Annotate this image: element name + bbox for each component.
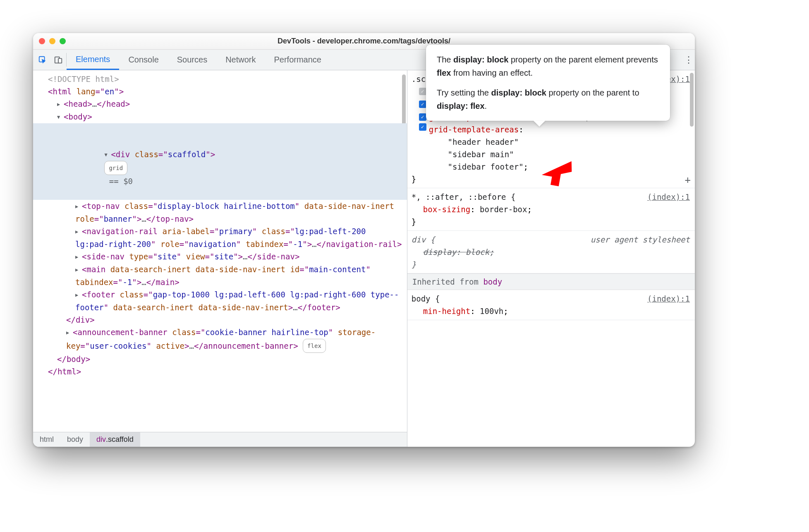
elements-panel: <!DOCTYPE html> <html lang="en"> <head>……: [33, 70, 407, 447]
crumb-body[interactable]: body: [60, 432, 90, 447]
inherited-from-header: Inherited from body: [407, 273, 695, 290]
grid-badge[interactable]: grid: [104, 161, 127, 175]
checkbox-icon[interactable]: [419, 88, 426, 95]
minimize-icon[interactable]: [49, 38, 55, 44]
tab-network[interactable]: Network: [216, 50, 265, 70]
expand-icon[interactable]: [75, 225, 81, 238]
expand-icon[interactable]: [66, 326, 72, 339]
style-rule-div-ua[interactable]: div { user agent stylesheet display: blo…: [407, 231, 695, 273]
selector-text: *, ::after, ::before {: [412, 191, 516, 203]
div-close[interactable]: </div>: [66, 314, 407, 326]
decl-display-block[interactable]: display: block;: [412, 246, 690, 258]
styles-panel[interactable]: .scaffold { (index):1 flex:auto; i displ…: [407, 70, 695, 447]
source-link[interactable]: (index):1: [647, 191, 690, 203]
expand-icon[interactable]: [104, 149, 110, 161]
doctype-node: <!DOCTYPE html>: [48, 74, 119, 84]
html-open[interactable]: <html lang="en">: [48, 85, 407, 98]
zoom-icon[interactable]: [60, 38, 66, 44]
selector-text: body {: [412, 292, 440, 305]
tab-elements[interactable]: Elements: [67, 50, 119, 70]
body-close[interactable]: </body>: [57, 353, 407, 365]
sidenav-node[interactable]: <side-nav type="site" view="site">…</sid…: [75, 250, 407, 263]
svg-rect-2: [58, 58, 62, 63]
equals-dollar-zero: == $0: [109, 177, 133, 186]
decl-gta[interactable]: grid-template-areas: "header header" "si…: [412, 123, 690, 173]
html-close[interactable]: </html>: [48, 365, 407, 378]
style-rule-body[interactable]: body { (index):1 min-height: 100vh;: [407, 290, 695, 320]
decl-box-sizing[interactable]: box-sizing: border-box;: [412, 203, 690, 216]
expand-icon[interactable]: [57, 111, 63, 123]
decl-min-height[interactable]: min-height: 100vh;: [412, 305, 690, 317]
device-toolbar-icon[interactable]: [50, 50, 66, 70]
head-node[interactable]: <head>…</head>: [57, 98, 407, 110]
checkbox-icon[interactable]: [419, 113, 426, 121]
navrail-node[interactable]: <navigation-rail aria-label="primary" cl…: [75, 225, 407, 250]
rule-close: }: [412, 258, 690, 271]
source-link: user agent stylesheet: [591, 233, 690, 246]
window-title: DevTools - developer.chrome.com/tags/dev…: [33, 37, 695, 46]
rule-close: }: [412, 173, 690, 185]
footer-node[interactable]: <footer class="gap-top-1000 lg:pad-left-…: [75, 288, 407, 314]
tab-performance[interactable]: Performance: [265, 50, 331, 70]
close-icon[interactable]: [39, 38, 45, 44]
add-declaration-icon[interactable]: +: [685, 174, 691, 186]
expand-icon[interactable]: [75, 200, 81, 213]
info-tooltip: The display: block property on the paren…: [426, 45, 670, 121]
topnav-node[interactable]: <top-nav class="display-block hairline-b…: [75, 200, 407, 225]
crumb-html[interactable]: html: [33, 432, 60, 447]
breadcrumbs: html body div.scaffold: [33, 432, 407, 447]
inspect-element-icon[interactable]: [35, 50, 50, 70]
selector-text: div {: [412, 233, 435, 246]
checkbox-icon[interactable]: [419, 123, 426, 131]
crumb-div-scaffold[interactable]: div.scaffold: [90, 432, 140, 447]
tab-console[interactable]: Console: [119, 50, 168, 70]
expand-icon[interactable]: [75, 264, 81, 276]
main-node[interactable]: <main data-search-inert data-side-nav-in…: [75, 263, 407, 288]
body-open[interactable]: <body>: [57, 110, 407, 123]
rule-close: }: [412, 216, 690, 228]
checkbox-icon[interactable]: [419, 101, 426, 108]
more-menu-icon[interactable]: ⋮: [682, 50, 695, 70]
selected-node[interactable]: ••• <div class="scaffold"> grid == $0: [33, 123, 407, 200]
banner-node[interactable]: <announcement-banner class="cookie-banne…: [66, 326, 407, 353]
source-link[interactable]: (index):1: [647, 292, 690, 305]
traffic-lights: [39, 38, 66, 44]
flex-badge[interactable]: flex: [303, 339, 326, 353]
style-rule-universal[interactable]: *, ::after, ::before { (index):1 box-siz…: [407, 188, 695, 231]
expand-icon[interactable]: [75, 289, 81, 301]
tab-sources[interactable]: Sources: [168, 50, 216, 70]
dom-tree[interactable]: <!DOCTYPE html> <html lang="en"> <head>……: [33, 70, 407, 432]
expand-icon[interactable]: [57, 98, 63, 110]
expand-icon[interactable]: [75, 251, 81, 263]
